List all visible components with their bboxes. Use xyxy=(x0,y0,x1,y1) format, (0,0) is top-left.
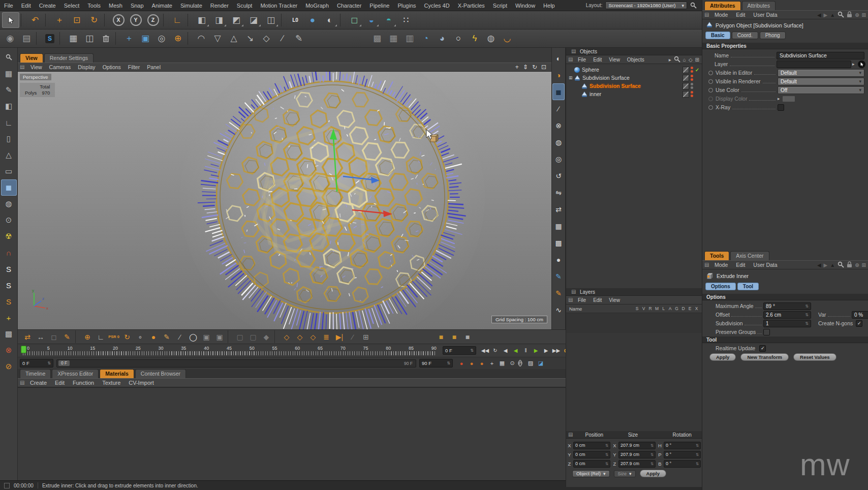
current-frame-field[interactable]: 0 F xyxy=(443,346,476,355)
name-input[interactable]: Subdivision Surface xyxy=(777,52,864,59)
modeling-palette-3-icon[interactable]: ◩ xyxy=(228,12,245,28)
menu-item[interactable]: Help xyxy=(539,3,559,9)
objects-menu-item[interactable]: View xyxy=(605,57,624,63)
snap-diamond-icon[interactable]: ◇ xyxy=(258,30,274,46)
menu-item[interactable]: Simulate xyxy=(176,3,206,9)
use-color-dropdown[interactable]: Off xyxy=(778,86,864,94)
subdivision-sphere-model[interactable] xyxy=(18,72,551,329)
ring-mode-icon[interactable]: ◎ xyxy=(552,150,565,167)
expand-icon[interactable] xyxy=(569,75,574,80)
bottom-tab[interactable]: Materials xyxy=(100,369,134,378)
lock-icon[interactable] xyxy=(847,11,852,19)
gold-cube-3-icon[interactable]: ■ xyxy=(461,330,474,343)
menu-item[interactable]: Window xyxy=(511,3,539,9)
viewport-menu-item[interactable]: View xyxy=(27,64,46,70)
range-start-field[interactable]: 0 F xyxy=(20,359,53,368)
modeling-palette-1-icon[interactable]: ◧ xyxy=(193,12,210,28)
range-icon[interactable]: ↔ xyxy=(34,330,47,343)
maximum-angle-field[interactable]: 89 ° xyxy=(763,302,811,310)
enabled-check-icon[interactable]: ✓ xyxy=(695,67,699,73)
s-badge-2-icon[interactable]: S xyxy=(1,277,17,293)
search-icon[interactable] xyxy=(838,11,844,19)
materials-menu-item[interactable]: CV-Import xyxy=(125,380,158,386)
layout-dropdown[interactable]: Screencast - 1920x1080 (User) xyxy=(605,2,687,9)
key-pen-icon[interactable]: ✎ xyxy=(60,330,74,343)
magnet-icon[interactable]: ∩ xyxy=(1,244,17,261)
tools-grip-icon[interactable]: ▤ xyxy=(704,262,710,267)
array-grid-icon[interactable]: ▦ xyxy=(552,218,565,234)
attributes-menu-item[interactable]: Edit xyxy=(732,12,749,18)
objects-menu-grip-icon[interactable]: ▤ xyxy=(568,57,574,62)
object-row[interactable]: inner xyxy=(566,90,702,98)
cluster-icon[interactable]: ▥ xyxy=(401,30,418,46)
ghost-cube-2-icon[interactable]: ▢ xyxy=(246,330,260,343)
rotate-icon[interactable]: ↻ xyxy=(85,12,103,28)
x-axis-button[interactable]: X xyxy=(110,12,127,28)
content-bowl-icon[interactable]: ◡ xyxy=(499,30,515,46)
measure-pen-icon[interactable]: ✎ xyxy=(291,30,307,46)
psr-icon[interactable]: PSR 0 xyxy=(107,330,120,343)
objects-menu-arrow-icon[interactable]: ▸ xyxy=(669,57,671,63)
menu-item[interactable]: Mesh xyxy=(105,3,127,9)
modeling-palette-2-icon[interactable]: ◨ xyxy=(210,12,228,28)
record-keyframe-button[interactable]: ● xyxy=(457,359,466,368)
swap-icon[interactable]: ⇋ xyxy=(552,184,565,201)
fracture-icon[interactable]: ▦ xyxy=(385,30,401,46)
snap-tri-down-icon[interactable]: ▽ xyxy=(209,30,226,46)
checker-sphere-icon[interactable]: ◍ xyxy=(483,30,499,46)
visibility-dots[interactable] xyxy=(691,75,693,81)
end-frame-field[interactable]: 90 F xyxy=(419,359,453,368)
workplane-icon[interactable]: ∕ xyxy=(274,30,291,46)
layer-tag-icon[interactable] xyxy=(683,67,689,73)
y-axis-button[interactable]: Y xyxy=(127,12,144,28)
dim-check-2-icon[interactable]: ▣ xyxy=(213,330,226,343)
gear-icon[interactable]: ⊛ xyxy=(855,262,859,268)
checker-ball-icon[interactable]: ◍ xyxy=(552,134,565,150)
grid-array-icon[interactable]: ▦ xyxy=(1,66,17,82)
viewport-menu-item[interactable]: Cameras xyxy=(46,64,75,70)
live-selection-icon[interactable] xyxy=(2,12,19,28)
attribute-section-tab[interactable]: Phong xyxy=(760,32,786,39)
layer-tag-icon[interactable] xyxy=(683,83,689,89)
pen-icon[interactable]: ✎ xyxy=(1,82,17,98)
cross-delete-icon[interactable]: ⊗ xyxy=(1,342,17,358)
tool-section-tab[interactable]: Options xyxy=(705,283,736,290)
menu-item[interactable]: X-Particles xyxy=(454,3,489,9)
attributes-menu-item[interactable]: Mode xyxy=(710,12,732,18)
duplicate-icon[interactable]: ◫ xyxy=(81,30,98,46)
range-start-chip[interactable]: 0 F xyxy=(58,360,70,366)
toggle-view-icon[interactable]: ⊡ xyxy=(541,64,546,71)
object-name[interactable]: inner xyxy=(590,91,601,97)
record-parameter-button[interactable]: P xyxy=(518,361,522,365)
viewport-tab[interactable]: View xyxy=(20,53,43,63)
wrench-icon[interactable]: ⊘ xyxy=(1,358,17,375)
subdivision-field[interactable]: 1 xyxy=(763,320,811,327)
visibility-dots[interactable] xyxy=(691,83,693,89)
small-dot-icon[interactable]: ∘ xyxy=(134,330,147,343)
viewport-menu-item[interactable]: Options xyxy=(99,64,125,70)
viewport-tab[interactable]: Render Settings xyxy=(44,53,94,63)
menu-item[interactable]: Plugins xyxy=(393,3,420,9)
variance-field[interactable]: 0 % xyxy=(852,311,868,319)
viewport-menu-item[interactable]: Filter xyxy=(125,64,143,70)
move-plane-icon[interactable]: + xyxy=(121,30,137,46)
menu-item[interactable]: Sculpt xyxy=(233,3,257,9)
rotation-field[interactable]: 0 ° xyxy=(664,442,701,449)
undo-icon[interactable]: ↶ xyxy=(26,12,44,28)
render-picture-viewer-icon[interactable]: ● xyxy=(304,12,321,28)
snap-tri-up-icon[interactable]: △ xyxy=(226,30,242,46)
record-position-button[interactable]: + xyxy=(487,359,497,368)
position-field[interactable]: 0 cm xyxy=(573,451,610,458)
viewport-menu-item[interactable]: Panel xyxy=(143,64,164,70)
attributes-tab[interactable]: Attributes xyxy=(704,1,741,10)
mirror-icon[interactable]: ⇄ xyxy=(552,201,565,218)
cube-blue-icon[interactable]: ◼ xyxy=(1,179,17,196)
capture-icon[interactable]: ◉ xyxy=(2,30,18,46)
animation-dot-icon[interactable] xyxy=(708,88,713,93)
step-end-icon[interactable]: ▶| xyxy=(333,330,346,343)
visibility-dots[interactable] xyxy=(691,67,693,73)
play-backwards-button[interactable]: ◀ xyxy=(511,346,520,355)
clipboard-icon[interactable]: ▤ xyxy=(18,30,35,46)
goto-start-button[interactable]: ◀◀ xyxy=(480,346,490,355)
objects-menu-item[interactable]: Objects xyxy=(624,57,648,63)
